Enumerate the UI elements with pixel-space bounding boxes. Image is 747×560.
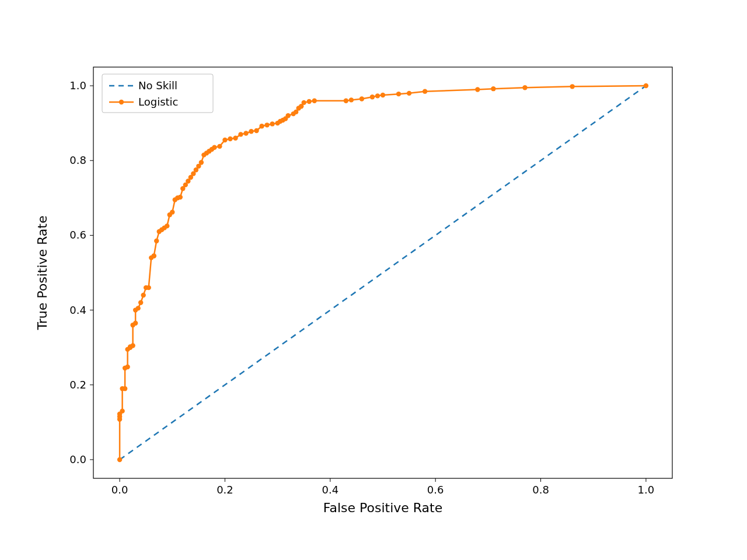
logistic-marker [302, 100, 306, 105]
logistic-marker [125, 365, 130, 369]
logistic-marker [264, 123, 269, 127]
x-tick-label: 0.2 [217, 484, 233, 496]
logistic-marker [238, 132, 243, 136]
logistic-marker [217, 144, 222, 149]
x-tick-label: 0.0 [111, 484, 128, 496]
logistic-marker [270, 121, 274, 126]
logistic-marker [344, 98, 348, 103]
y-tick-label: 0.6 [69, 229, 86, 241]
logistic-marker [222, 138, 227, 142]
logistic-marker [135, 306, 140, 310]
no-skill-line [120, 86, 646, 460]
x-tick-label: 0.8 [532, 484, 549, 496]
logistic-marker [199, 160, 204, 164]
legend-marker-logistic [119, 100, 124, 104]
logistic-marker [152, 253, 156, 258]
y-tick-label: 1.0 [69, 79, 86, 92]
logistic-marker [117, 457, 122, 462]
y-tick-label: 0.0 [69, 453, 86, 466]
logistic-marker [259, 124, 264, 128]
x-tick-label: 0.4 [322, 484, 338, 496]
logistic-marker [254, 128, 259, 133]
logistic-marker [370, 94, 375, 99]
logistic-marker [375, 93, 380, 98]
y-tick-label: 0.2 [69, 379, 86, 391]
logistic-marker [130, 343, 135, 348]
logistic-marker [146, 285, 151, 290]
logistic-marker [243, 131, 248, 135]
logistic-marker [522, 85, 527, 90]
logistic-marker [285, 113, 290, 118]
logistic-marker [228, 136, 232, 141]
logistic-marker [123, 386, 127, 391]
logistic-marker [423, 89, 427, 93]
logistic-marker [359, 96, 364, 101]
x-tick-label: 1.0 [638, 484, 655, 496]
logistic-marker [170, 209, 174, 214]
logistic-marker [154, 239, 159, 243]
logistic-marker [141, 293, 145, 298]
logistic-marker [233, 136, 238, 141]
logistic-marker [491, 86, 495, 91]
chart-svg: 0.00.20.40.60.81.00.00.20.40.60.81.0Fals… [0, 0, 747, 560]
logistic-marker [138, 300, 143, 305]
logistic-marker [178, 195, 183, 200]
logistic-marker [249, 129, 253, 134]
logistic-marker [570, 84, 574, 89]
legend-label: No Skill [138, 79, 177, 92]
logistic-marker [644, 83, 648, 88]
legend-label: Logistic [138, 96, 178, 108]
logistic-marker [120, 408, 124, 413]
y-tick-label: 0.4 [69, 304, 86, 316]
logistic-marker [133, 321, 138, 326]
x-tick-label: 0.6 [427, 484, 444, 496]
logistic-marker [396, 92, 401, 96]
logistic-marker [165, 223, 169, 228]
x-axis-label: False Positive Rate [323, 501, 442, 515]
y-axis-label: True Positive Rate [35, 216, 50, 331]
logistic-marker [381, 93, 385, 97]
logistic-marker [212, 145, 217, 150]
logistic-marker [407, 91, 411, 96]
logistic-marker [307, 99, 312, 104]
chart-container: 0.00.20.40.60.81.00.00.20.40.60.81.0Fals… [0, 0, 747, 560]
logistic-marker [475, 87, 480, 92]
logistic-marker [312, 98, 317, 103]
y-tick-label: 0.8 [69, 154, 86, 166]
logistic-marker [349, 97, 354, 102]
